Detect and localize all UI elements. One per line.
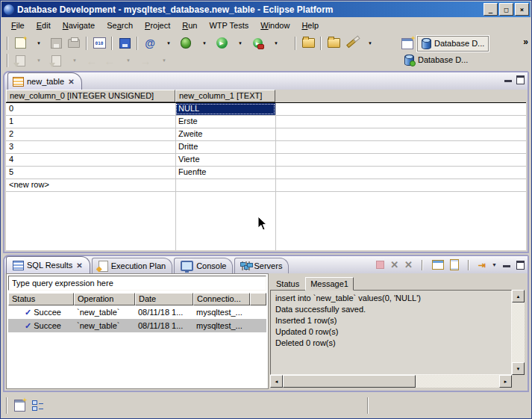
cell-col0[interactable]: <new row>	[6, 179, 175, 191]
forward-button: →	[137, 52, 154, 69]
external-tools-dropdown[interactable]: ▼	[360, 35, 378, 52]
scroll-right-button[interactable]: ►	[499, 375, 512, 388]
layout-button[interactable]	[28, 397, 46, 414]
editor-tab-new-table[interactable]: new_table ✕	[7, 72, 82, 90]
result-connection-cell: mysqltest_...	[193, 321, 250, 330]
column-header-1[interactable]: new_column_1 [TEXT]	[175, 90, 275, 102]
cell-col0[interactable]: 4	[6, 154, 175, 166]
selected-cell[interactable]: NULL	[175, 103, 275, 115]
cell-col0[interactable]: 2	[6, 128, 175, 140]
cell-col1[interactable]: Dritte	[175, 141, 275, 153]
external-tools-button[interactable]	[342, 35, 360, 52]
maximize-view-icon[interactable]	[516, 75, 525, 84]
close-button[interactable]: ×	[515, 3, 529, 16]
binary-editor-button[interactable]: 010	[90, 35, 108, 52]
result-row[interactable]: ✓Succee`new_table`08/11/18 1...mysqltest…	[8, 305, 266, 319]
run-icon: ▶	[216, 37, 228, 49]
tab-console[interactable]: Console	[174, 258, 233, 273]
maximize-view-icon[interactable]	[516, 261, 525, 270]
new-wizard-dropdown[interactable]: ▼	[29, 35, 47, 52]
debug-dropdown[interactable]: ▼	[195, 35, 213, 52]
cell-col0[interactable]: 3	[6, 141, 175, 153]
prev-annotation-dropdown: ▼	[65, 52, 83, 69]
export-results-icon[interactable]	[432, 260, 444, 270]
run-last-button[interactable]: ▶	[248, 35, 266, 52]
horizontal-scrollbar[interactable]: ◄ ►	[270, 375, 512, 388]
scroll-left-button[interactable]: ◄	[270, 375, 283, 388]
maximize-button[interactable]: □	[499, 3, 513, 16]
detail-tab-message1[interactable]: Message1	[305, 277, 354, 291]
scroll-down-button[interactable]: ▼	[512, 362, 525, 375]
menu-file[interactable]: File	[5, 19, 31, 32]
open-resource-button[interactable]	[299, 35, 317, 52]
view-menu-icon[interactable]: ▼	[492, 262, 497, 267]
menu-help[interactable]: Help	[295, 19, 325, 32]
menu-run[interactable]: Run	[176, 19, 203, 32]
tab-servers[interactable]: Servers	[234, 258, 289, 273]
vertical-scrollbar[interactable]: ▲ ▼	[512, 290, 525, 375]
annotation-button[interactable]: @	[141, 35, 159, 52]
toolbar-separator	[468, 260, 469, 270]
tab-sql-results[interactable]: SQL Results ✕	[6, 256, 90, 273]
menu-edit[interactable]: Edit	[31, 19, 57, 32]
close-icon[interactable]: ✕	[75, 261, 83, 270]
chevron-down-icon: ▼	[162, 58, 166, 63]
open-folder-button[interactable]	[325, 35, 342, 52]
results-header-date[interactable]: Date	[135, 293, 193, 305]
cell-col1[interactable]: Vierte	[175, 154, 275, 166]
sql-results-icon	[13, 261, 24, 270]
tab-label: Console	[196, 261, 226, 270]
cell-col1[interactable]: Zweite	[175, 128, 275, 140]
perspective-database-dev-other[interactable]: Database D...	[401, 53, 471, 67]
cell-col0[interactable]: 1	[6, 116, 175, 128]
column-header-0[interactable]: new_column_0 [INTEGER UNSIGNED]	[6, 90, 175, 102]
cell-col1[interactable]	[175, 179, 275, 191]
toolbar-separator	[422, 260, 423, 270]
minimize-view-icon[interactable]	[504, 78, 512, 82]
perspective-database-dev-active[interactable]: Database D...	[417, 36, 489, 52]
menu-search[interactable]: Search	[101, 19, 139, 32]
tab-execution-plan[interactable]: Execution Plan	[92, 258, 172, 273]
menu-bar: FileEditNavigateSearchProjectRunWTP Test…	[2, 18, 530, 33]
menu-navigate[interactable]: Navigate	[57, 19, 101, 32]
table-row: <new row>	[6, 179, 526, 192]
window-title: Database Development - mysqltest_databas…	[17, 4, 484, 15]
result-status-cell: ✓Succee	[8, 308, 74, 317]
open-perspective-icon[interactable]	[401, 38, 413, 49]
new-wizard-button[interactable]	[11, 35, 29, 52]
show-result-icon[interactable]: ⇥	[478, 260, 486, 270]
scrollbar-thumb[interactable]	[283, 375, 416, 388]
close-icon[interactable]: ✕	[67, 78, 75, 86]
annotation-dropdown[interactable]: ▼	[159, 35, 177, 52]
run-last-dropdown[interactable]: ▼	[266, 35, 284, 52]
detail-tab-status[interactable]: Status	[272, 278, 304, 290]
sql-results-view: SQL Results ✕ Execution Plan Console Ser…	[3, 255, 529, 392]
cell-col1[interactable]: Fuenfte	[175, 167, 275, 179]
scroll-up-button[interactable]: ▲	[512, 290, 525, 302]
binary-icon: 010	[93, 37, 106, 49]
next-annotation-dropdown: ▼	[29, 52, 47, 69]
cell-col0[interactable]: 0	[6, 103, 175, 115]
results-header-status[interactable]: Status	[8, 293, 74, 305]
cell-col1[interactable]: Erste	[175, 116, 275, 128]
results-header-operation[interactable]: Operation	[74, 293, 135, 305]
status-bar	[3, 394, 529, 417]
export-history-icon[interactable]	[450, 259, 459, 270]
run-button[interactable]: ▶	[213, 35, 231, 52]
chevron-down-icon: ▼	[37, 41, 41, 46]
run-dropdown[interactable]: ▼	[231, 35, 248, 52]
minimize-button[interactable]: _	[484, 3, 498, 16]
fast-view-button[interactable]	[10, 397, 28, 414]
menu-project[interactable]: Project	[139, 19, 176, 32]
chevron-down-icon: ▼	[72, 58, 77, 63]
query-filter-input[interactable]	[8, 276, 266, 291]
perspective-chevron[interactable]: »	[523, 37, 528, 47]
sql-file-button[interactable]	[116, 35, 134, 52]
cell-col0[interactable]: 5	[6, 167, 175, 179]
menu-window[interactable]: Window	[254, 19, 295, 32]
menu-wtp-tests[interactable]: WTP Tests	[203, 19, 254, 32]
debug-button[interactable]	[177, 35, 195, 52]
minimize-view-icon[interactable]	[503, 263, 510, 267]
result-row[interactable]: ✓Succee`new_table`08/11/18 1...mysqltest…	[8, 319, 266, 332]
results-header-connection[interactable]: Connectio...	[193, 293, 250, 305]
